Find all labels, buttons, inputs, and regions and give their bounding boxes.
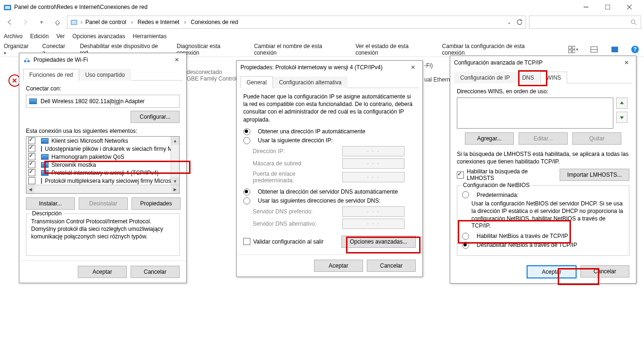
close-icon[interactable]: ✕ <box>407 62 419 73</box>
cmd-cambiarconf[interactable]: Cambiar la configuración de esta conexió… <box>442 43 547 56</box>
tab-uso-compartido[interactable]: Uso compartido <box>79 69 131 81</box>
radio-label[interactable]: Deshabilitar NetBios a través de TCP/IP <box>477 242 577 248</box>
address-bar[interactable]: › Panel de control› Redes e Internet› Co… <box>67 16 526 29</box>
cmd-renombrar[interactable]: Cambiar el nombre de esta conexión <box>254 43 345 56</box>
up-button[interactable] <box>51 16 64 29</box>
recent-dropdown[interactable]: ▾ <box>35 16 48 29</box>
adapter-icon <box>29 98 37 104</box>
add-button[interactable]: Agregar... <box>465 132 514 145</box>
edit-button[interactable]: Editar... <box>519 132 568 145</box>
tab-general[interactable]: General <box>240 76 273 88</box>
window-titlebar: Panel de control\Redes e Internet\Conexi… <box>0 0 644 14</box>
move-up-button[interactable] <box>616 98 627 109</box>
search-input[interactable] <box>529 16 641 29</box>
radio-static-ip[interactable] <box>243 137 250 144</box>
location-icon <box>70 18 78 26</box>
list-item[interactable]: Sterownik mostka <box>51 162 96 168</box>
menu-ver[interactable]: Ver <box>56 33 65 40</box>
forward-button[interactable] <box>19 16 32 29</box>
menu-herramientas[interactable]: Herramientas <box>132 33 166 40</box>
list-item[interactable]: Udostępnianie plików i drukarek w siecia… <box>45 146 180 152</box>
tab-funciones[interactable]: Funciones de red <box>23 69 79 81</box>
vertical-scrollbar[interactable]: ▲▼ <box>171 137 179 185</box>
checkbox[interactable] <box>28 145 35 152</box>
cancel-button[interactable]: Cancelar <box>580 265 629 278</box>
checkbox[interactable] <box>28 161 35 168</box>
radio-auto-ip[interactable] <box>243 128 250 135</box>
tab-wins[interactable]: WINS <box>540 72 567 83</box>
tab-ip-config[interactable]: Configuración de IP <box>454 72 516 83</box>
validate-checkbox[interactable] <box>243 238 250 245</box>
tab-dns[interactable]: DNS <box>516 72 540 83</box>
preview-pane-icon[interactable] <box>610 44 620 55</box>
radio-auto-dns[interactable] <box>243 188 250 196</box>
help-icon[interactable]: ? <box>630 44 640 55</box>
radio-label[interactable]: Obtener la dirección del servidor DNS au… <box>258 188 398 195</box>
accept-button[interactable]: Aceptar <box>78 266 127 278</box>
wins-addresses-label: Direcciones WINS, en orden de uso: <box>457 88 629 95</box>
back-button[interactable] <box>3 16 16 29</box>
cmd-estado[interactable]: Ver el estado de esta conexión <box>355 43 432 56</box>
close-icon[interactable]: ✕ <box>621 57 632 68</box>
breadcrumb-item[interactable]: Redes e Internet <box>138 19 180 25</box>
list-item[interactable]: Klient sieci Microsoft Networks <box>51 138 128 144</box>
accept-button[interactable]: Aceptar <box>314 260 363 272</box>
refresh-icon[interactable] <box>516 19 523 25</box>
details-pane-icon[interactable] <box>589 44 599 55</box>
properties-button[interactable]: Propiedades <box>132 197 181 210</box>
radio-label[interactable]: Usar las siguientes direcciones de servi… <box>258 197 380 204</box>
advanced-button[interactable]: Opciones avanzadas... <box>341 236 416 248</box>
close-button[interactable] <box>619 0 640 14</box>
radio-label[interactable]: Obtener una dirección IP automáticamente <box>258 128 365 135</box>
description-text: Transmission Control Protocol/Internet P… <box>31 218 174 241</box>
component-icon <box>41 170 49 176</box>
tcpip-advanced-dialog: Configuración avanzada de TCP/IP ✕ Confi… <box>450 56 636 284</box>
menu-archivo[interactable]: Archivo <box>4 33 23 40</box>
breadcrumb-item[interactable]: Conexiones de red <box>190 19 238 25</box>
list-item[interactable]: Protokół multipleksera karty sieciowej f… <box>45 178 177 184</box>
components-listbox[interactable]: Klient sieci Microsoft Networks Udostępn… <box>26 136 180 194</box>
radio-label[interactable]: Predeterminada: <box>477 192 519 198</box>
uses-elements-label: Esta conexión usa los siguientes element… <box>26 128 180 134</box>
validate-label[interactable]: Validar configuración al salir <box>253 238 323 245</box>
menu-edicion[interactable]: Edición <box>30 33 49 40</box>
view-options-icon[interactable]: ▾ <box>568 44 578 55</box>
cancel-button[interactable]: Cancelar <box>367 260 416 272</box>
checkbox[interactable] <box>28 169 35 176</box>
svg-rect-9 <box>569 46 571 49</box>
checkbox[interactable] <box>28 137 35 144</box>
lmhosts-label[interactable]: Habilitar la búsqueda de LMHOSTS <box>467 168 555 181</box>
maximize-button[interactable] <box>597 0 619 14</box>
radio-disable-netbios[interactable] <box>462 242 469 249</box>
chevron-down-icon[interactable]: ⌄ <box>507 19 512 25</box>
remove-button[interactable]: Quitar <box>572 132 621 145</box>
description-heading: Descripción <box>30 210 64 217</box>
radio-label[interactable]: Usar la siguiente dirección IP: <box>258 137 333 144</box>
radio-default[interactable] <box>462 191 469 198</box>
tab-alt-config[interactable]: Configuración alternativa <box>273 76 348 88</box>
menu-opciones[interactable]: Opciones avanzadas <box>72 33 125 40</box>
breadcrumb-item[interactable]: Panel de control <box>85 19 126 25</box>
import-lmhosts-button[interactable]: Importar LMHOSTS... <box>560 169 629 181</box>
radio-label[interactable]: Habilitar NetBios a través de TCP/IP <box>477 233 568 239</box>
wins-listbox[interactable] <box>457 98 613 129</box>
move-down-button[interactable] <box>616 112 627 123</box>
cmd-diagnosticar[interactable]: Diagnosticar esta conexión <box>177 43 244 56</box>
checkbox[interactable] <box>28 153 35 160</box>
configure-button[interactable]: Configurar... <box>131 111 180 123</box>
install-button[interactable]: Instalar... <box>26 197 75 210</box>
list-item[interactable]: Harmonogram pakietów QoS <box>51 154 124 160</box>
radio-static-dns[interactable] <box>243 197 250 204</box>
minimize-button[interactable] <box>575 0 597 14</box>
checkbox[interactable] <box>28 177 35 184</box>
horizontal-scrollbar[interactable]: ◀▶ <box>26 185 179 193</box>
list-item[interactable]: Protokół internetowy w wersji 4 (TCP/IPv… <box>51 170 158 176</box>
close-icon[interactable]: ✕ <box>171 54 182 65</box>
nav-row: ▾ › Panel de control› Redes e Internet› … <box>0 14 644 30</box>
component-icon <box>41 138 49 144</box>
lmhosts-checkbox[interactable] <box>457 172 464 179</box>
radio-enable-netbios[interactable] <box>462 233 469 240</box>
uninstall-button[interactable]: Desinstalar <box>79 197 128 210</box>
accept-button[interactable]: Aceptar <box>527 265 577 278</box>
cancel-button[interactable]: Cancelar <box>131 266 180 278</box>
